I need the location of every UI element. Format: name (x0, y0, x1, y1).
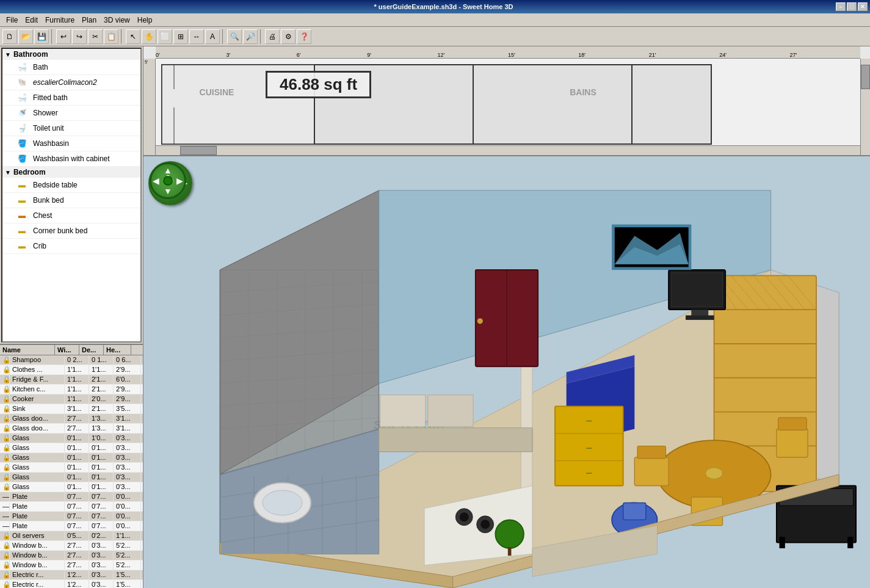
list-item[interactable]: 🔒Electric r...1'2...0'3...1'5... (0, 570, 143, 580)
svg-rect-55 (686, 315, 714, 319)
item-toilet[interactable]: 🚽 Toilet unit (2, 121, 140, 136)
menu-furniture[interactable]: Furniture (42, 15, 78, 26)
item-bedside[interactable]: ▬ Bedside table (2, 178, 140, 193)
category-bedroom[interactable]: ▼ Bedroom (2, 167, 140, 178)
list-item[interactable]: 🔒Glass0'1...0'1...0'3... (0, 473, 143, 482)
list-item[interactable]: 🔒Oil servers0'5...0'2...1'1... (0, 531, 143, 541)
list-item[interactable]: 🔒Glass0'1...0'1...0'3... (0, 453, 143, 463)
toolbar: 🗋 📂 💾 ↩ ↪ ✂ 📋 ↖ ✋ ⬜ ⊞ ↔ A 🔍 🔎 🖨 ⚙ ❓ (0, 27, 870, 46)
save-button[interactable]: 💾 (34, 29, 49, 44)
list-item[interactable]: 🔒Glass doo...2'7...1'3...3'1... (0, 424, 143, 434)
menu-3dview[interactable]: 3D view (100, 15, 134, 26)
sqft-display: 46.88 sq ft (266, 71, 371, 98)
bedside-icon: ▬ (15, 179, 29, 191)
close-button[interactable]: ✕ (858, 2, 868, 11)
minimize-button[interactable]: – (836, 2, 846, 11)
right-panel: 0' 3' 6' 9' 12' 15' 18' 21' 24' 27' 5' (143, 46, 870, 588)
item-escalier[interactable]: 🐚 escalierColimacon2 (2, 75, 140, 90)
wall-tool[interactable]: ⬜ (158, 29, 172, 44)
zoom-in-button[interactable]: 🔍 (227, 29, 242, 44)
category-bedroom-label: Bedroom (13, 168, 46, 176)
collapse-arrow-bed: ▼ (5, 169, 11, 176)
3d-scene: SOFTPEDIA www.softpedia.com (143, 156, 870, 588)
list-item[interactable]: 🔒Sink3'1...2'1...3'5... (0, 404, 143, 414)
furniture-tree: ▼ Bathroom 🛁 Bath 🐚 escalierColimacon2 🛁… (1, 48, 142, 343)
list-item[interactable]: —Plate0'7...0'7...0'0... (0, 521, 143, 531)
list-item[interactable]: 🔒Kitchen c...1'1...2'1...2'9... (0, 385, 143, 394)
scrollbar-vertical[interactable] (860, 59, 870, 155)
item-chest[interactable]: ▬ Chest (2, 208, 140, 223)
window-controls: – □ ✕ (836, 2, 868, 11)
list-item[interactable]: 🔒Window b...2'7...0'3...5'2... (0, 561, 143, 570)
list-item[interactable]: 🔒Fridge & F...1'1...2'1...6'0... (0, 375, 143, 385)
item-washbasin-cab[interactable]: 🪣 Washbasin with cabinet (2, 151, 140, 167)
menu-plan[interactable]: Plan (78, 15, 100, 26)
list-item[interactable]: 🔒Clothes ...1'1...1'1...2'9... (0, 365, 143, 375)
col-height: He... (104, 345, 131, 355)
list-item[interactable]: —Plate0'7...0'7...0'0... (0, 502, 143, 512)
svg-point-76 (480, 520, 490, 529)
nav-control[interactable]: ✚ ▲ ▼ ◀ ▶ (150, 162, 186, 199)
svg-point-78 (495, 520, 524, 548)
dimension-tool[interactable]: ↔ (189, 29, 204, 44)
list-item[interactable]: 🔒Shampoo0 2...0 1...0 6... (0, 355, 143, 365)
separator-2 (121, 29, 123, 44)
undo-button[interactable]: ↩ (56, 29, 71, 44)
list-item[interactable]: —Plate0'7...0'7...0'0... (0, 492, 143, 502)
window-title: * userGuideExample.sh3d - Sweet Home 3D (51, 3, 836, 10)
item-chest-label: Chest (33, 211, 52, 220)
category-bathroom-label: Bathroom (13, 50, 48, 59)
item-shower-label: Shower (33, 109, 58, 117)
menu-file[interactable]: File (2, 15, 21, 26)
menu-help[interactable]: Help (134, 15, 156, 26)
main-layout: ▼ Bathroom 🛁 Bath 🐚 escalierColimacon2 🛁… (0, 46, 870, 588)
new-button[interactable]: 🗋 (2, 29, 17, 44)
col-depth: De... (79, 345, 104, 355)
item-shower[interactable]: 🚿 Shower (2, 106, 140, 121)
item-corner-bunk[interactable]: ▬ Corner bunk bed (2, 223, 140, 239)
item-fitted-bath[interactable]: 🛁 Fitted bath (2, 90, 140, 106)
copy-button[interactable]: 📋 (104, 29, 118, 44)
preferences-button[interactable]: ⚙ (281, 29, 295, 44)
redo-button[interactable]: ↪ (72, 29, 87, 44)
scrollbar-horizontal[interactable] (156, 145, 860, 155)
svg-marker-99 (379, 428, 532, 452)
washbasin-icon: 🪣 (15, 137, 29, 150)
list-item[interactable]: 🔒Glass0'1...0'1...0'3... (0, 443, 143, 453)
list-item[interactable]: 🔒Glass0'1...0'1...0'3... (0, 482, 143, 492)
svg-point-77 (460, 512, 469, 521)
cut-button[interactable]: ✂ (88, 29, 103, 44)
item-corner-bunk-label: Corner bunk bed (33, 227, 87, 235)
item-washbasin[interactable]: 🪣 Washbasin (2, 136, 140, 151)
help-button[interactable]: ❓ (297, 29, 311, 44)
ruler-horizontal: 0' 3' 6' 9' 12' 15' 18' 21' 24' 27' (156, 46, 860, 59)
label-tool[interactable]: A (205, 29, 220, 44)
item-bunkbed[interactable]: ▬ Bunk bed (2, 193, 140, 208)
svg-rect-101 (428, 395, 473, 427)
category-bathroom[interactable]: ▼ Bathroom (2, 49, 140, 60)
item-bunkbed-label: Bunk bed (33, 196, 64, 205)
list-item[interactable]: 🔒Electric r...1'2...0'3...1'5... (0, 580, 143, 588)
list-item[interactable]: 🔒Glass0'1...1'0...0'3... (0, 434, 143, 443)
maximize-button[interactable]: □ (847, 2, 857, 11)
separator-1 (51, 29, 54, 44)
list-item[interactable]: 🔒Window b...2'7...0'3...5'2... (0, 541, 143, 551)
menu-edit[interactable]: Edit (21, 15, 42, 26)
item-bath[interactable]: 🛁 Bath (2, 60, 140, 75)
item-crib[interactable]: ▬ Crib (2, 239, 140, 254)
list-item[interactable]: —Plate0'7...0'7...0'0... (0, 512, 143, 521)
select-tool[interactable]: ↖ (126, 29, 140, 44)
list-item[interactable]: 🔒Glass0'1...0'1...0'3... (0, 463, 143, 473)
open-button[interactable]: 📂 (18, 29, 33, 44)
pan-tool[interactable]: ✋ (142, 29, 156, 44)
list-item[interactable]: 🔒Window b...2'7...0'3...5'2... (0, 551, 143, 561)
washbasin-cab-icon: 🪣 (15, 153, 29, 165)
list-item[interactable]: 🔒Cooker1'1...2'0...2'9... (0, 394, 143, 404)
zoom-out-button[interactable]: 🔎 (243, 29, 258, 44)
room-tool[interactable]: ⊞ (173, 29, 188, 44)
menu-bar: File Edit Furniture Plan 3D view Help (0, 13, 870, 27)
crib-icon: ▬ (15, 240, 29, 252)
print-button[interactable]: 🖨 (265, 29, 280, 44)
svg-text:CUISINE: CUISINE (200, 87, 234, 97)
list-item[interactable]: 🔒Glass doo...2'7...1'3...3'1... (0, 414, 143, 424)
